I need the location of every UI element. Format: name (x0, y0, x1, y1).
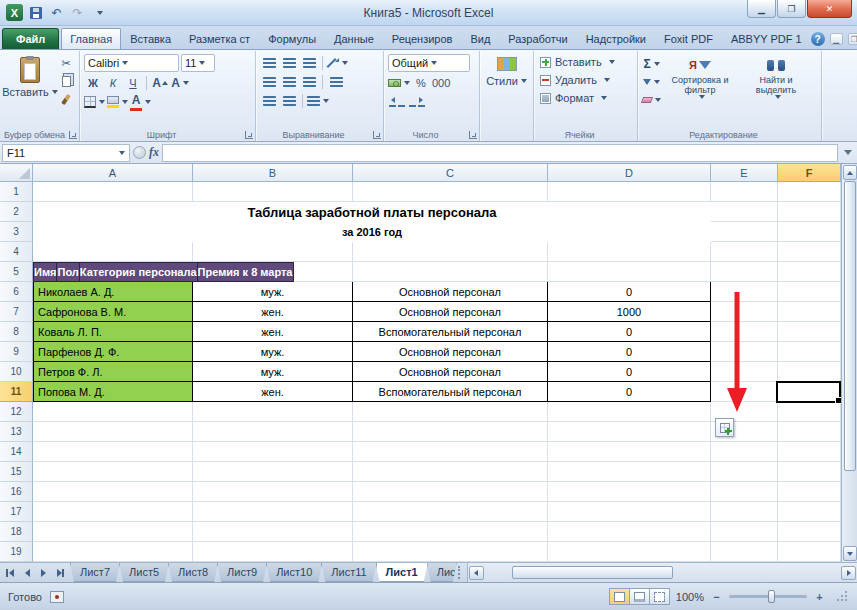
grid-cell[interactable] (778, 342, 841, 362)
row-header[interactable]: 13 (0, 422, 33, 442)
ribbon-tab[interactable]: Формулы (259, 28, 325, 49)
sheet-tab[interactable]: Лист8 (168, 563, 218, 582)
name-cell[interactable]: Сафронова В. М. (33, 302, 193, 322)
row-header[interactable]: 7 (0, 302, 33, 322)
grid-cell[interactable] (193, 442, 353, 462)
grid-cell[interactable] (353, 442, 548, 462)
horizontal-scroll-track[interactable] (484, 565, 841, 581)
horizontal-scrollbar[interactable] (467, 563, 857, 582)
name-cell[interactable]: Петров Ф. Л. (33, 362, 193, 382)
merge-center-icon[interactable] (307, 92, 329, 109)
borders-icon[interactable] (84, 93, 105, 110)
row-header[interactable]: 8 (0, 322, 33, 342)
format-painter-icon[interactable] (57, 91, 75, 108)
find-select-button[interactable]: Найти и выделить (739, 53, 813, 128)
ribbon-tab[interactable]: Foxit PDF (655, 28, 722, 49)
row-header[interactable]: 1 (0, 182, 33, 202)
bonus-cell[interactable]: 0 (548, 342, 711, 362)
page-break-view-icon[interactable] (649, 588, 670, 605)
row-header[interactable]: 12 (0, 402, 33, 422)
sheet-tab[interactable]: Лист9 (217, 563, 267, 582)
zoom-out-icon[interactable]: − (710, 590, 723, 603)
grid-cell[interactable] (193, 502, 353, 522)
number-format-select[interactable]: Общий (388, 54, 470, 72)
grid-cell[interactable] (193, 482, 353, 502)
row-header[interactable]: 11 (0, 382, 33, 402)
cut-icon[interactable]: ✂ (57, 55, 75, 72)
grid-cell[interactable] (548, 242, 711, 262)
previous-sheet-icon[interactable] (20, 566, 34, 580)
grid-cell[interactable] (778, 302, 841, 322)
column-header[interactable]: F (778, 164, 841, 182)
first-sheet-icon[interactable] (4, 566, 18, 580)
ribbon-tab[interactable]: Вид (461, 28, 499, 49)
grid-cell[interactable] (353, 522, 548, 542)
font-family-select[interactable]: Calibri (84, 54, 179, 72)
grid-cell[interactable] (193, 242, 353, 262)
grid-cell[interactable] (711, 182, 778, 202)
increase-font-size-icon[interactable]: А (151, 74, 169, 91)
autosum-icon[interactable]: Σ (642, 55, 661, 72)
insert-function-icon[interactable]: fx (149, 145, 159, 160)
column-header[interactable]: D (548, 164, 711, 182)
ribbon-tab[interactable]: Рецензиров (383, 28, 462, 49)
underline-button[interactable]: Ч (124, 74, 142, 91)
column-header[interactable]: A (33, 164, 193, 182)
row-header[interactable]: 18 (0, 522, 33, 542)
grid-cell[interactable] (353, 462, 548, 482)
grid-cell[interactable] (193, 542, 353, 562)
wrap-text-icon[interactable] (327, 73, 345, 90)
grid-cell[interactable] (353, 402, 548, 422)
paste-button[interactable]: Вставить (6, 53, 54, 108)
grid-cell[interactable] (711, 262, 778, 282)
grid-cell[interactable] (353, 242, 548, 262)
grid-cell[interactable] (711, 202, 778, 222)
header-cell[interactable]: Пол (57, 262, 79, 282)
sheet-tab[interactable]: Лист7 (70, 563, 120, 582)
category-cell[interactable]: Вспомогательный персонал (353, 322, 548, 342)
close-button[interactable]: ✕ (807, 0, 852, 18)
grid-cell[interactable] (778, 422, 841, 442)
scroll-right-icon[interactable] (841, 566, 856, 580)
resize-grip[interactable] (836, 590, 849, 603)
ribbon-tab[interactable]: Вставка (121, 28, 180, 49)
restore-button[interactable]: ❐ (777, 0, 806, 18)
category-cell[interactable]: Основной персонал (353, 362, 548, 382)
align-center-icon[interactable] (280, 73, 298, 90)
gender-cell[interactable]: жен. (193, 302, 353, 322)
grid-cell[interactable] (778, 202, 841, 222)
tab-split-handle[interactable] (458, 566, 465, 579)
scroll-up-icon[interactable] (843, 165, 857, 180)
grid-cell[interactable] (353, 502, 548, 522)
grid-cell[interactable] (33, 442, 193, 462)
name-cell[interactable]: Попова М. Д. (33, 382, 193, 402)
clear-icon[interactable] (642, 91, 661, 108)
page-layout-view-icon[interactable] (629, 588, 650, 605)
bonus-cell[interactable]: 0 (548, 382, 711, 402)
sheet-title-line2[interactable]: за 2016 год (33, 222, 711, 242)
grid-cell[interactable] (548, 442, 711, 462)
zoom-in-icon[interactable]: + (813, 590, 826, 603)
row-header[interactable]: 9 (0, 342, 33, 362)
grid-cell[interactable] (711, 442, 778, 462)
grid-cell[interactable] (33, 482, 193, 502)
workbook-restore-icon[interactable]: ❐ (848, 33, 857, 45)
align-middle-icon[interactable] (280, 54, 298, 71)
category-cell[interactable]: Основной персонал (353, 302, 548, 322)
bonus-cell[interactable]: 0 (548, 322, 711, 342)
row-header[interactable]: 4 (0, 242, 33, 262)
sheet-tab[interactable]: Лист5 (119, 563, 169, 582)
italic-button[interactable]: К (104, 74, 122, 91)
bonus-cell[interactable]: 1000 (548, 302, 711, 322)
row-header[interactable]: 3 (0, 222, 33, 242)
gender-cell[interactable]: жен. (193, 382, 353, 402)
grid-cell[interactable] (193, 462, 353, 482)
vertical-scrollbar[interactable] (841, 164, 857, 562)
zoom-slider-thumb[interactable] (768, 590, 775, 603)
ribbon-tab[interactable]: ABBYY PDF 1 (722, 28, 811, 49)
grid-cell[interactable] (778, 462, 841, 482)
qat-customize-icon[interactable] (90, 4, 107, 21)
row-header[interactable]: 5 (0, 262, 33, 282)
grid-cell[interactable] (33, 242, 193, 262)
sheet-tab[interactable]: Лист10 (266, 563, 322, 582)
